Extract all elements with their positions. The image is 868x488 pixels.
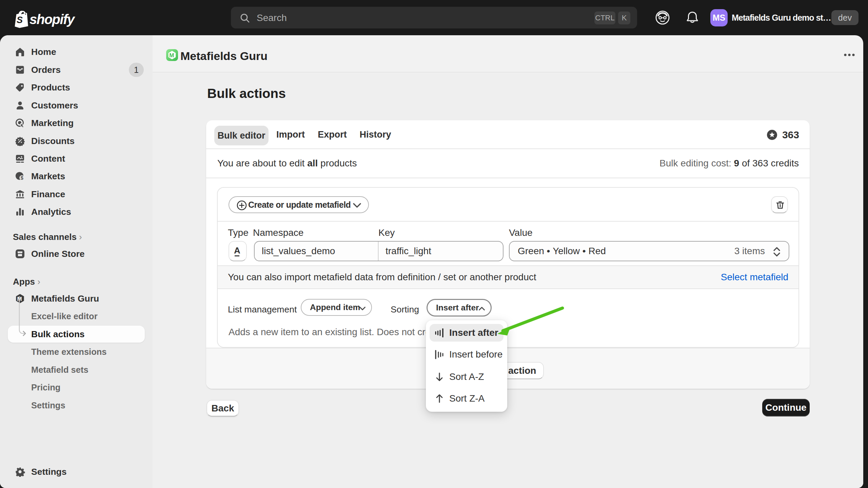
svg-text:A: A (234, 246, 240, 256)
svg-text:$: $ (21, 175, 23, 181)
svg-text:S: S (17, 15, 23, 25)
svg-text:M: M (169, 52, 174, 59)
svg-text:shopify: shopify (29, 12, 75, 27)
